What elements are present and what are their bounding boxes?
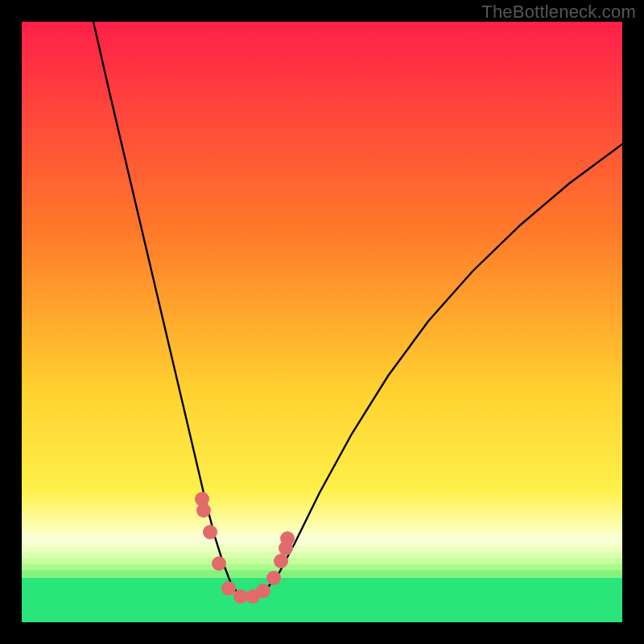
highlight-dot xyxy=(196,503,211,518)
chart-band xyxy=(22,578,622,622)
chart-bands xyxy=(22,534,622,622)
chart-frame xyxy=(22,22,622,622)
chart-band xyxy=(22,570,622,578)
chart-background xyxy=(22,22,622,622)
highlight-dot xyxy=(212,556,226,571)
highlight-dot xyxy=(274,554,288,568)
highlight-dot xyxy=(266,571,281,585)
highlight-dot xyxy=(256,584,270,598)
highlight-dot xyxy=(221,581,236,596)
chart-svg xyxy=(22,22,622,622)
highlight-dot xyxy=(203,525,217,539)
chart-band xyxy=(22,545,622,552)
chart-band xyxy=(22,564,622,571)
highlight-dot xyxy=(280,531,295,546)
chart-band xyxy=(22,534,622,544)
watermark-text: TheBottleneck.com xyxy=(481,2,636,23)
chart-band xyxy=(22,552,622,559)
chart-band xyxy=(22,558,622,564)
